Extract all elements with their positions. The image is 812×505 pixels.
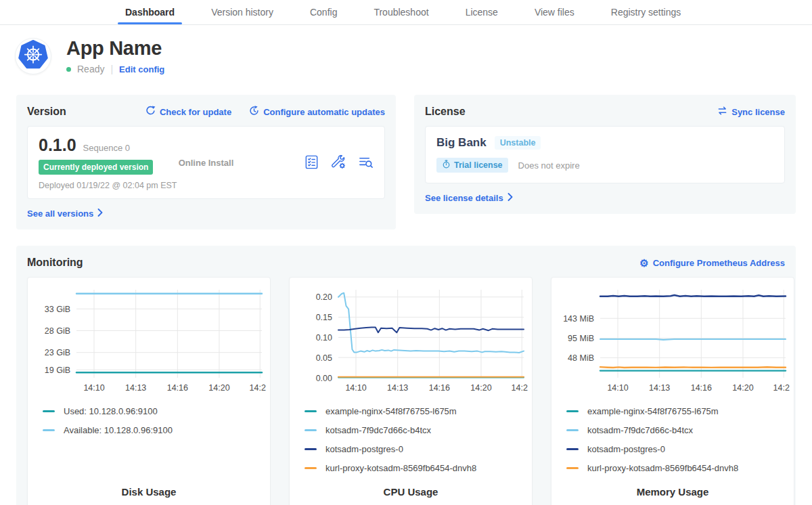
disk-usage-chart-card: 14:1014:1314:1614:2014:2319 GiB23 GiB28 … bbox=[27, 277, 271, 505]
memory-usage-legend: example-nginx-54f8f76755-l675mkotsadm-7f… bbox=[566, 406, 788, 473]
disk-usage-plot: 14:1014:1314:1614:2014:2319 GiB23 GiB28 … bbox=[33, 283, 266, 397]
deployed-badge: Currently deployed version bbox=[39, 160, 153, 175]
license-type-label: Trial license bbox=[454, 160, 503, 170]
top-nav: Dashboard Version history Config Trouble… bbox=[0, 0, 812, 25]
legend-item: kurl-proxy-kotsadm-8569fb6454-dnvh8 bbox=[566, 463, 788, 473]
legend-dash bbox=[304, 448, 317, 450]
version-card-title: Version bbox=[27, 106, 66, 118]
cpu-usage-chart-card: 14:1014:1314:1614:2014:230.000.050.100.1… bbox=[289, 277, 533, 505]
legend-item: kotsadm-postgres-0 bbox=[566, 444, 788, 454]
monitoring-title: Monitoring bbox=[27, 257, 83, 269]
clock-refresh-icon bbox=[249, 106, 259, 118]
tab-license[interactable]: License bbox=[447, 0, 516, 24]
legend-dash bbox=[566, 467, 579, 469]
main-content: Version Check for update bbox=[0, 95, 812, 505]
app-status-row: Ready | Edit config bbox=[66, 64, 164, 74]
edit-config-button[interactable] bbox=[331, 154, 346, 172]
svg-text:0.20: 0.20 bbox=[316, 292, 332, 302]
legend-item: Used: 10.128.0.96:9100 bbox=[43, 406, 265, 416]
configure-automatic-updates-link[interactable]: Configure automatic updates bbox=[249, 106, 385, 118]
version-card-header: Version Check for update bbox=[27, 106, 385, 118]
sync-license-link[interactable]: Sync license bbox=[717, 106, 785, 118]
status-dot bbox=[66, 67, 71, 72]
svg-text:14:16: 14:16 bbox=[429, 383, 450, 393]
chevron-right-icon bbox=[97, 208, 103, 219]
cpu-usage-legend: example-nginx-54f8f76755-l675mkotsadm-7f… bbox=[304, 406, 526, 473]
check-for-update-link[interactable]: Check for update bbox=[145, 106, 231, 118]
legend-item: kotsadm-7f9dc7d66c-b4tcx bbox=[304, 425, 526, 435]
version-info: 0.1.0 Sequence 0 Currently deployed vers… bbox=[39, 135, 179, 190]
svg-text:0.05: 0.05 bbox=[316, 353, 332, 363]
svg-text:14:16: 14:16 bbox=[167, 383, 188, 393]
current-version-panel: 0.1.0 Sequence 0 Currently deployed vers… bbox=[27, 126, 385, 199]
legend-label: kurl-proxy-kotsadm-8569fb6454-dnvh8 bbox=[325, 463, 476, 473]
top-cards-row: Version Check for update bbox=[16, 95, 796, 229]
see-all-versions-link[interactable]: See all versions bbox=[27, 208, 103, 219]
see-license-details-link[interactable]: See license details bbox=[425, 193, 513, 203]
lines-magnifier-icon bbox=[358, 154, 374, 172]
app-header: App Name Ready | Edit config bbox=[0, 25, 812, 74]
tab-dashboard[interactable]: Dashboard bbox=[107, 0, 193, 24]
tab-troubleshoot[interactable]: Troubleshoot bbox=[355, 0, 447, 24]
svg-text:14:13: 14:13 bbox=[387, 383, 408, 393]
refresh-icon bbox=[145, 106, 156, 118]
configure-prometheus-link[interactable]: ⚙ Configure Prometheus Address bbox=[639, 258, 785, 268]
version-actions bbox=[233, 135, 374, 190]
tab-version-history[interactable]: Version history bbox=[193, 0, 292, 24]
install-type-label: Online Install bbox=[179, 158, 234, 168]
disk-usage-legend: Used: 10.128.0.96:9100Available: 10.128.… bbox=[43, 406, 265, 435]
svg-text:14:10: 14:10 bbox=[345, 383, 366, 393]
see-license-details-label: See license details bbox=[425, 193, 503, 203]
legend-dash bbox=[304, 429, 317, 431]
memory-usage-chart-card: 14:1014:1314:1614:2014:2348 MiB95 MiB143… bbox=[551, 277, 794, 505]
svg-text:14:10: 14:10 bbox=[607, 383, 628, 393]
legend-label: kotsadm-postgres-0 bbox=[325, 444, 403, 454]
legend-item: kotsadm-7f9dc7d66c-b4tcx bbox=[566, 425, 788, 435]
stopwatch-icon bbox=[442, 160, 451, 171]
legend-dash bbox=[43, 429, 55, 431]
swap-arrows-icon bbox=[717, 106, 727, 118]
svg-text:14:10: 14:10 bbox=[83, 383, 104, 393]
page-title: App Name bbox=[66, 37, 164, 60]
cpu-usage-title: CPU Usage bbox=[295, 486, 526, 505]
svg-text:14:13: 14:13 bbox=[125, 383, 146, 393]
edit-config-link[interactable]: Edit config bbox=[119, 64, 164, 74]
svg-text:14:20: 14:20 bbox=[732, 383, 753, 393]
svg-text:0.15: 0.15 bbox=[316, 313, 332, 322]
legend-dash bbox=[43, 410, 55, 412]
view-logs-button[interactable] bbox=[358, 154, 374, 172]
version-card-links: Check for update Configure automatic upd… bbox=[145, 106, 385, 118]
legend-dash bbox=[304, 467, 317, 469]
tab-view-files[interactable]: View files bbox=[516, 0, 593, 24]
memory-usage-plot: 14:1014:1314:1614:2014:2348 MiB95 MiB143… bbox=[557, 283, 790, 397]
memory-usage-title: Memory Usage bbox=[557, 486, 788, 505]
expiry-label: Does not expire bbox=[518, 160, 580, 171]
license-card-title: License bbox=[425, 106, 466, 118]
legend-dash bbox=[304, 410, 317, 412]
license-card-header: License Sync license bbox=[425, 106, 785, 118]
svg-text:28 GiB: 28 GiB bbox=[45, 326, 70, 336]
legend-label: Used: 10.128.0.96:9100 bbox=[64, 406, 158, 416]
legend-item: example-nginx-54f8f76755-l675m bbox=[304, 406, 526, 416]
legend-label: kotsadm-7f9dc7d66c-b4tcx bbox=[587, 425, 693, 435]
configure-automatic-updates-label: Configure automatic updates bbox=[263, 107, 385, 117]
svg-text:14:23: 14:23 bbox=[773, 383, 790, 393]
release-notes-button[interactable] bbox=[304, 154, 319, 172]
configure-prometheus-label: Configure Prometheus Address bbox=[653, 258, 785, 268]
svg-text:95 MiB: 95 MiB bbox=[568, 334, 594, 343]
cpu-usage-plot: 14:1014:1314:1614:2014:230.000.050.100.1… bbox=[295, 283, 528, 397]
checklist-icon bbox=[304, 154, 319, 172]
app-header-text: App Name Ready | Edit config bbox=[66, 37, 164, 74]
version-number: 0.1.0 bbox=[39, 135, 76, 155]
license-type-badge: Trial license bbox=[436, 158, 508, 173]
see-all-versions-label: See all versions bbox=[27, 208, 93, 219]
license-panel: Big Bank Unstable Trial l bbox=[425, 126, 785, 183]
tab-config[interactable]: Config bbox=[292, 0, 355, 24]
channel-badge: Unstable bbox=[495, 136, 541, 150]
svg-text:33 GiB: 33 GiB bbox=[45, 305, 70, 314]
tab-registry-settings[interactable]: Registry settings bbox=[593, 0, 699, 24]
customer-name: Big Bank bbox=[436, 136, 487, 150]
monitoring-card: Monitoring ⚙ Configure Prometheus Addres… bbox=[16, 246, 796, 505]
legend-label: kurl-proxy-kotsadm-8569fb6454-dnvh8 bbox=[587, 463, 738, 473]
svg-text:19 GiB: 19 GiB bbox=[45, 366, 70, 375]
